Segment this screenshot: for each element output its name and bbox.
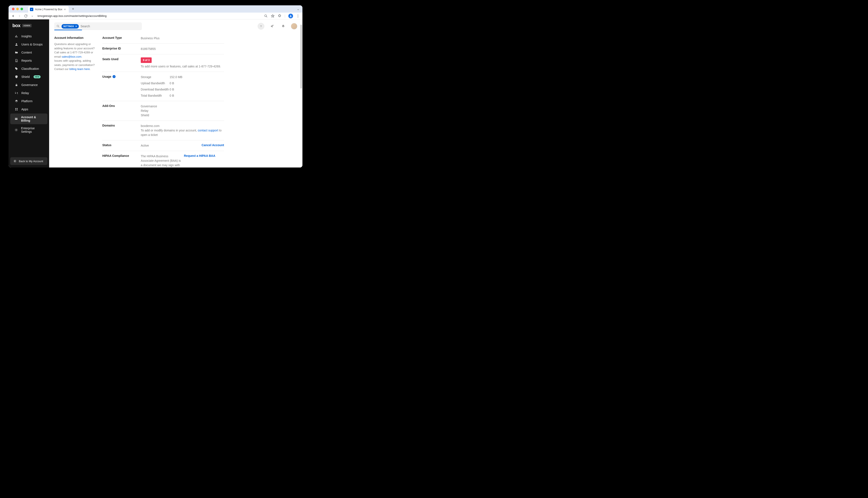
sidebar-header: box ADMIN <box>9 23 49 31</box>
sidebar-item-content[interactable]: Content <box>10 49 48 56</box>
sidebar-item-reports[interactable]: Reports <box>10 57 48 64</box>
sidebar-item-enterprise-settings[interactable]: Enterprise Settings <box>10 124 48 135</box>
billing-team-link[interactable]: billing team here <box>69 67 90 70</box>
svg-rect-6 <box>16 85 17 86</box>
sidebar-item-label: Apps <box>21 107 28 111</box>
label-addons: Add-Ons <box>102 104 141 107</box>
sidebar-item-label: Reports <box>21 59 32 62</box>
value-hipaa: The HIPAA Business Associate Agreement (… <box>141 154 181 168</box>
sidebar-item-apps[interactable]: Apps <box>10 105 48 113</box>
reports-icon <box>14 59 18 63</box>
help-icon[interactable]: ? <box>258 23 265 30</box>
contact-support-link[interactable]: contact support <box>198 129 218 132</box>
extensions-icon[interactable] <box>278 14 281 18</box>
svg-point-17 <box>272 25 273 26</box>
svg-point-15 <box>57 25 59 27</box>
nav-reload-icon[interactable] <box>24 14 28 18</box>
usage-upload: Upload Bandwidth 0 B <box>141 81 224 86</box>
browser-profile-icon[interactable] <box>288 14 293 18</box>
sidebar-item-label: Classification <box>21 67 39 70</box>
gear-icon <box>14 128 18 132</box>
sidebar-item-classification[interactable]: Classification <box>10 65 48 73</box>
svg-rect-7 <box>15 108 16 109</box>
sidebar-item-governance[interactable]: Governance <box>10 81 48 89</box>
main-content: SETTINGS ✕ ? <box>49 19 303 168</box>
addon-item: Relay <box>141 109 224 113</box>
usage-info-icon[interactable]: i <box>113 75 116 78</box>
row-enterprise-id: Enterprise ID 818975855 <box>102 44 224 54</box>
window-minimize-icon[interactable] <box>16 8 19 10</box>
search-active-underline <box>54 30 82 30</box>
label-usage: Usage i <box>102 75 141 78</box>
relay-icon <box>14 91 18 95</box>
sidebar-item-account-billing[interactable]: Account & Billing <box>10 114 48 124</box>
svg-point-1 <box>290 15 291 16</box>
chip-remove-icon[interactable]: ✕ <box>75 25 77 28</box>
sidebar-item-shield[interactable]: Shield NEW <box>10 73 48 81</box>
scrollbar[interactable] <box>300 25 302 165</box>
request-hipaa-link[interactable]: Request a HIPAA BAA <box>181 154 215 157</box>
box-logo: box <box>12 23 21 28</box>
row-seats-used: Seats Used 9 of 3 To add more users or f… <box>102 54 224 72</box>
window-maximize-icon[interactable] <box>21 8 23 10</box>
search-bar[interactable]: SETTINGS ✕ <box>54 23 142 30</box>
browser-menu-icon[interactable] <box>296 14 300 18</box>
search-filter-chip[interactable]: SETTINGS ✕ <box>62 24 79 29</box>
svg-point-2 <box>298 14 298 15</box>
admin-badge: ADMIN <box>22 24 31 27</box>
nav-forward-icon[interactable] <box>17 14 21 18</box>
svg-text:?: ? <box>260 25 261 27</box>
card-icon <box>14 117 18 121</box>
row-usage: Usage i Storage 152.0 MB Upload Bandwidt <box>102 72 224 101</box>
sidebar-item-label: Account & Billing <box>21 115 44 122</box>
sidebar-item-label: Relay <box>21 91 29 95</box>
zoom-icon[interactable] <box>264 14 268 18</box>
search-input[interactable] <box>80 25 140 28</box>
search-chip-label: SETTINGS <box>63 25 74 27</box>
row-domains: Domains boxdemo.com To add or modify dom… <box>102 121 224 140</box>
sidebar-item-insights[interactable]: Insights <box>10 32 48 40</box>
account-content: Account Information Questions about upgr… <box>49 30 303 168</box>
sidebar-item-platform[interactable]: Platform <box>10 97 48 105</box>
scrollbar-thumb[interactable] <box>300 25 302 89</box>
sales-email-link[interactable]: sales@box.com <box>62 55 81 58</box>
domain-note: To add or modify domains in your account… <box>141 128 224 137</box>
window-close-icon[interactable] <box>12 8 14 10</box>
sidebar-item-label: Platform <box>21 100 33 103</box>
nav-back-icon[interactable] <box>11 14 15 18</box>
usage-download: Download Bandwidth 0 B <box>141 87 224 92</box>
cancel-account-link[interactable]: Cancel Account <box>199 143 224 147</box>
tab-close-icon[interactable]: × <box>64 8 66 11</box>
browser-tab[interactable]: b Acme | Powered by Box × <box>28 6 69 13</box>
label-status: Status <box>102 143 141 147</box>
tab-list-dropdown-icon[interactable]: ⌄ <box>296 6 301 12</box>
sidebar-item-relay[interactable]: Relay <box>10 89 48 97</box>
users-icon <box>14 42 18 46</box>
label-account-type: Account Type <box>102 36 141 39</box>
svg-point-13 <box>16 130 17 130</box>
platform-icon <box>14 99 18 103</box>
apps-icon <box>14 107 18 111</box>
label-hipaa: HIPAA Compliance <box>102 154 141 157</box>
notifications-icon[interactable] <box>280 23 286 30</box>
window-controls <box>10 8 25 10</box>
url-bar[interactable]: ⫟ kmcgeesign.app.box.com/master/settings… <box>30 13 261 19</box>
sidebar-item-label: Users & Groups <box>21 43 43 46</box>
addon-item: Governance <box>141 104 224 109</box>
row-account-type: Account Type Business Plus <box>102 36 224 44</box>
sidebar-item-users-groups[interactable]: Users & Groups <box>10 41 48 48</box>
user-avatar[interactable] <box>291 23 297 29</box>
svg-point-3 <box>298 16 298 16</box>
tab-favicon-icon: b <box>30 8 33 11</box>
new-tab-button[interactable]: + <box>71 6 76 12</box>
value-status: Active <box>141 143 199 148</box>
url-text: kmcgeesign.app.box.com/master/settings/a… <box>38 14 106 17</box>
site-controls-icon[interactable]: ⫟ <box>30 14 34 18</box>
lock-icon <box>14 83 18 87</box>
back-to-account-button[interactable]: Back to My Account <box>10 157 48 165</box>
value-account-type: Business Plus <box>141 36 224 41</box>
label-domains: Domains <box>102 124 141 127</box>
bookmark-icon[interactable] <box>271 14 275 18</box>
new-badge: NEW <box>34 75 41 78</box>
announcements-icon[interactable] <box>269 23 276 30</box>
